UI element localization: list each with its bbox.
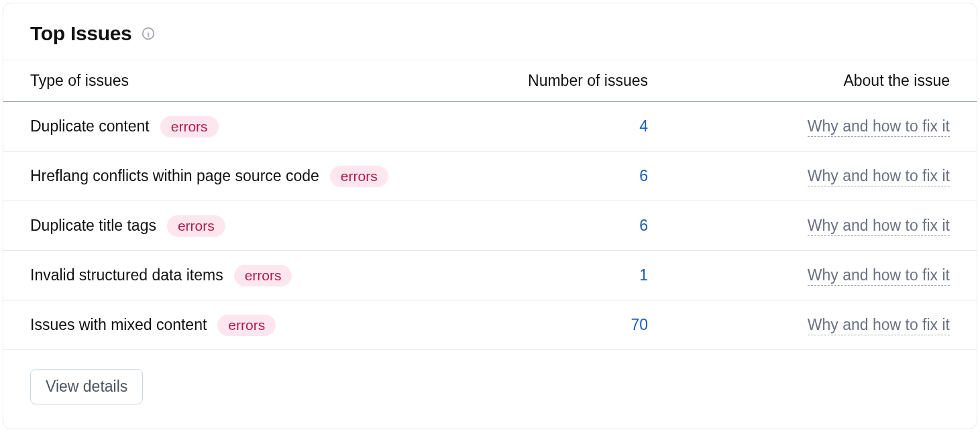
issues-rows: Duplicate content errors 4 Why and how t…: [3, 102, 977, 350]
issue-cell: Issues with mixed content errors: [30, 315, 474, 336]
errors-badge: errors: [217, 315, 276, 336]
col-header-count: Number of issues: [474, 72, 648, 90]
issue-cell: Duplicate content errors: [30, 116, 474, 137]
errors-badge: errors: [330, 166, 388, 187]
errors-badge: errors: [234, 265, 292, 286]
errors-badge: errors: [160, 116, 219, 137]
card-footer: View details: [3, 350, 977, 429]
issue-name: Hreflang conflicts within page source co…: [30, 167, 319, 185]
why-how-link[interactable]: Why and how to fix it: [808, 117, 950, 137]
info-icon[interactable]: [141, 26, 156, 41]
table-row: Hreflang conflicts within page source co…: [3, 152, 977, 201]
why-how-link[interactable]: Why and how to fix it: [808, 266, 950, 286]
col-header-type: Type of issues: [30, 72, 474, 90]
view-details-button[interactable]: View details: [30, 369, 143, 404]
table-header-row: Type of issues Number of issues About th…: [3, 60, 977, 102]
issue-count[interactable]: 6: [474, 167, 648, 185]
issue-name: Duplicate title tags: [30, 217, 156, 235]
issue-cell: Invalid structured data items errors: [30, 265, 474, 286]
card-header: Top Issues: [3, 3, 977, 60]
issue-count[interactable]: 6: [474, 217, 648, 235]
issue-name: Issues with mixed content: [30, 316, 207, 334]
about-cell: Why and how to fix it: [648, 117, 950, 135]
about-cell: Why and how to fix it: [648, 217, 950, 235]
why-how-link[interactable]: Why and how to fix it: [808, 217, 950, 236]
issue-count[interactable]: 4: [474, 117, 648, 135]
card-title: Top Issues: [30, 22, 131, 45]
issue-name: Duplicate content: [30, 117, 150, 135]
col-header-about: About the issue: [648, 72, 950, 90]
errors-badge: errors: [167, 215, 225, 237]
issue-count[interactable]: 70: [474, 316, 648, 334]
top-issues-card: Top Issues Type of issues Number of issu…: [3, 3, 977, 429]
issue-cell: Duplicate title tags errors: [30, 215, 474, 237]
issue-name: Invalid structured data items: [30, 266, 223, 284]
issue-cell: Hreflang conflicts within page source co…: [30, 166, 474, 187]
about-cell: Why and how to fix it: [648, 266, 950, 284]
svg-point-2: [148, 31, 149, 32]
about-cell: Why and how to fix it: [648, 167, 950, 185]
table-row: Duplicate title tags errors 6 Why and ho…: [3, 201, 977, 251]
why-how-link[interactable]: Why and how to fix it: [808, 316, 950, 335]
table-row: Invalid structured data items errors 1 W…: [3, 251, 977, 300]
about-cell: Why and how to fix it: [648, 316, 950, 334]
table-row: Issues with mixed content errors 70 Why …: [3, 300, 977, 350]
why-how-link[interactable]: Why and how to fix it: [808, 167, 950, 186]
table-row: Duplicate content errors 4 Why and how t…: [3, 102, 977, 152]
issue-count[interactable]: 1: [474, 266, 648, 284]
